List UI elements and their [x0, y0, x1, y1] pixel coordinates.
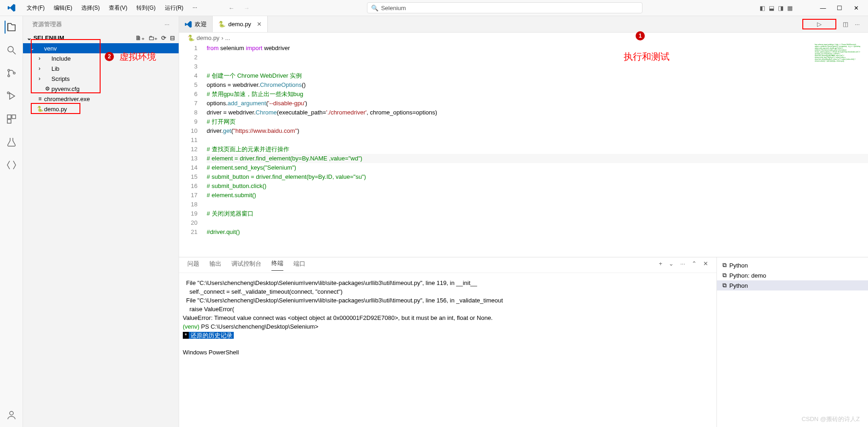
terminal-venv: (venv) — [183, 323, 201, 330]
breadcrumb[interactable]: 🐍demo.py›... — [179, 33, 868, 43]
svg-point-2 — [8, 75, 10, 77]
panel-tab[interactable]: 输出 — [209, 260, 221, 271]
search-text: Selenium — [381, 5, 406, 11]
layout-right-icon[interactable]: ◨ — [778, 5, 783, 11]
editor-tabs: 欢迎🐍demo.py✕▷◫··· — [179, 16, 868, 33]
panel-more-icon[interactable]: ··· — [680, 260, 685, 270]
menu-bar: 文件(F)编辑(E)选择(S)查看(V)转到(G)运行(R)··· — [23, 2, 201, 14]
search-icon[interactable] — [5, 44, 18, 57]
hist-star: * — [183, 332, 189, 339]
tab-close-icon[interactable]: ✕ — [257, 21, 262, 28]
command-center[interactable]: 🔍Selenium — [367, 2, 643, 13]
activity-bar — [0, 16, 23, 427]
more-icon[interactable]: ··· — [855, 21, 860, 28]
layout-controls: ◧ ⬓ ◨ ▦ — [760, 5, 793, 11]
file-tree: ⌄venv›Include›Lib›Scripts⚙pyvenv.cfg≡chr… — [23, 43, 179, 427]
panel-tab[interactable]: 终端 — [271, 259, 283, 271]
testing-icon[interactable] — [5, 136, 18, 148]
svg-rect-5 — [7, 115, 11, 119]
line-gutter: 123456789101112131415161718192021 — [179, 43, 207, 257]
breadcrumb-item: demo.py — [197, 34, 220, 41]
editor-tab[interactable]: 🐍demo.py✕ — [213, 16, 268, 32]
layout-grid-icon[interactable]: ▦ — [787, 5, 793, 11]
panel-tab[interactable]: 调试控制台 — [231, 260, 261, 271]
explorer-more-icon[interactable]: ··· — [164, 21, 169, 28]
maximize-icon[interactable]: ☐ — [833, 5, 846, 11]
window-controls: — ☐ ✕ — [811, 5, 868, 11]
annotation-text-2: 虚拟环境 — [119, 51, 156, 63]
menu-item[interactable]: 转到(G) — [133, 2, 159, 14]
nav-back-icon[interactable]: ← — [228, 5, 234, 11]
title-bar: 文件(F)编辑(E)选择(S)查看(V)转到(G)运行(R)··· ← → 🔍S… — [0, 0, 868, 16]
split-icon[interactable]: ◫ — [843, 21, 848, 28]
search-icon: 🔍 — [371, 5, 378, 11]
svg-point-4 — [7, 92, 9, 94]
annotation-badge-1: 1 — [636, 31, 645, 40]
terminal-icon: ⧉ — [722, 272, 727, 279]
terminal-dropdown-icon[interactable]: ⌄ — [669, 260, 674, 270]
vscode-logo-icon — [0, 4, 23, 12]
svg-point-8 — [10, 411, 13, 415]
annotation-box — [31, 39, 101, 93]
nav-arrows: ← → — [228, 5, 249, 11]
layout-bottom-icon[interactable]: ⬓ — [769, 5, 774, 11]
terminal-ps: Windows PowerShell — [183, 349, 239, 356]
explorer-icon[interactable] — [5, 21, 17, 34]
minimize-icon[interactable]: — — [817, 5, 829, 11]
annotation-badge-2: 2 — [105, 52, 114, 61]
svg-point-3 — [13, 72, 15, 74]
menu-item[interactable]: ··· — [189, 2, 201, 14]
layout-left-icon[interactable]: ◧ — [760, 5, 765, 11]
terminal-item[interactable]: ⧉Python — [717, 260, 868, 270]
panel-close-icon[interactable]: ✕ — [703, 260, 708, 270]
editor-tab[interactable]: 欢迎 — [179, 16, 213, 32]
hist-text: 还原的历史记录 — [189, 332, 234, 339]
close-icon[interactable]: ✕ — [850, 5, 862, 11]
collapse-icon[interactable]: ⊟ — [170, 34, 175, 41]
account-icon[interactable] — [5, 409, 18, 421]
svg-rect-7 — [7, 120, 11, 123]
debug-icon[interactable] — [5, 90, 18, 102]
terminal-icon: ⧉ — [722, 282, 727, 289]
explorer-title: 资源管理器 — [32, 20, 62, 28]
terminal-output: File "C:\Users\chencheng\Desktop\Seleniu… — [183, 279, 503, 321]
minimap[interactable]: from selenium import webdriver # 创建一个 Ch… — [815, 44, 861, 99]
panel-up-icon[interactable]: ⌃ — [692, 260, 697, 270]
annotation-box — [31, 103, 80, 114]
menu-item[interactable]: 文件(F) — [23, 2, 48, 14]
menu-item[interactable]: 运行(R) — [161, 2, 187, 14]
terminal-item[interactable]: ⧉Python — [717, 280, 868, 290]
extensions-icon[interactable] — [5, 113, 18, 125]
panel-tab[interactable]: 问题 — [187, 260, 199, 271]
menu-item[interactable]: 选择(S) — [78, 2, 103, 14]
run-button[interactable]: ▷ — [802, 19, 836, 29]
new-folder-icon[interactable]: 🗀₊ — [148, 34, 158, 41]
source-control-icon[interactable] — [5, 67, 18, 80]
code-editor[interactable]: 123456789101112131415161718192021 from s… — [179, 43, 868, 257]
svg-point-0 — [8, 46, 13, 52]
panel-tab[interactable]: 端口 — [293, 260, 305, 271]
terminal[interactable]: File "C:\Users\chencheng\Desktop\Seleniu… — [179, 273, 716, 427]
terminal-prompt: PS C:\Users\chencheng\Desktop\Selenium> — [201, 323, 318, 330]
terminal-icon: ⧉ — [722, 262, 727, 269]
bottom-panel: 问题输出调试控制台终端端口+⌄···⌃✕ File "C:\Users\chen… — [179, 257, 868, 427]
svg-rect-6 — [12, 115, 16, 119]
watermark: CSDN @搬砖的诗人Z — [801, 415, 860, 423]
code-content[interactable]: from selenium import webdriver # 创建一个 Ch… — [207, 43, 868, 257]
editor-area: 欢迎🐍demo.py✕▷◫··· 🐍demo.py›... 1234567891… — [179, 16, 868, 427]
new-file-icon[interactable]: 🗎₊ — [135, 34, 145, 41]
breadcrumb-item: ... — [225, 34, 230, 41]
svg-point-1 — [8, 69, 10, 71]
terminal-list: ⧉Python⧉Python: demo⧉Python — [716, 257, 868, 427]
menu-item[interactable]: 查看(V) — [105, 2, 131, 14]
terminal-item[interactable]: ⧉Python: demo — [717, 270, 868, 280]
refresh-icon[interactable]: ⟳ — [161, 34, 166, 41]
annotation-text-1: 执行和测试 — [624, 51, 670, 63]
panel-tabs: 问题输出调试控制台终端端口+⌄···⌃✕ — [179, 257, 716, 273]
menu-item[interactable]: 编辑(E) — [50, 2, 76, 14]
add-terminal-icon[interactable]: + — [659, 260, 663, 270]
custom-icon[interactable] — [5, 159, 18, 171]
nav-forward-icon[interactable]: → — [243, 5, 249, 11]
tree-item[interactable]: ≡chromedriver.exe — [23, 94, 179, 104]
